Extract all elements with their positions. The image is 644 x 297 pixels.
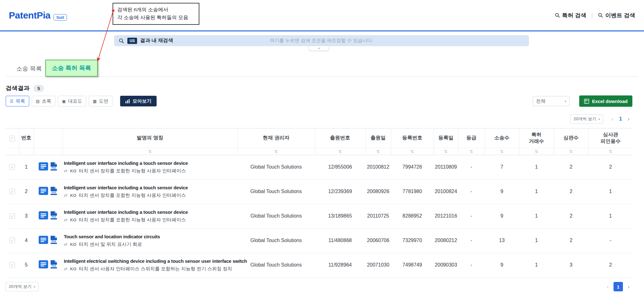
column-header-citation_count[interactable]: 심사관 피인용수: [588, 128, 633, 148]
language-tag: KO: [70, 193, 76, 198]
register-doc-icon[interactable]: [39, 211, 48, 221]
view-button-abstract[interactable]: ▤초록: [32, 96, 55, 106]
patent-title-link[interactable]: Intelligent electrical switching device …: [64, 258, 237, 264]
original-file-icon[interactable]: FILE: [50, 186, 58, 197]
application-number: 11/928964: [315, 253, 365, 277]
tab-suit-list[interactable]: 소송 목록: [16, 65, 42, 73]
original-file-icon[interactable]: FILE: [50, 211, 58, 221]
view-button-list[interactable]: ☰목록: [6, 96, 29, 106]
column-header-title[interactable]: 발명의 명칭: [63, 128, 237, 148]
patent-title-link[interactable]: Touch sensor and location indicator circ…: [64, 234, 237, 239]
page-number-1[interactable]: 1: [616, 116, 625, 122]
nav-patent-search-label: 특허 검색: [562, 12, 586, 19]
filter-select[interactable]: 전체 ▾: [533, 96, 570, 106]
deal-count: 1: [519, 204, 554, 228]
row-doc-icons: FILE: [34, 179, 63, 204]
registration-number: 7329970: [391, 228, 434, 253]
suit-count: 9: [485, 204, 519, 228]
row-checkbox[interactable]: ✓: [9, 189, 15, 194]
grade: -: [458, 155, 485, 179]
sort-button-app_date[interactable]: ⇅: [365, 148, 391, 155]
column-header-no[interactable]: 번호: [19, 128, 34, 148]
register-doc-icon[interactable]: [39, 260, 48, 270]
row-number: 1: [19, 155, 34, 179]
row-checkbox[interactable]: ✓: [9, 213, 15, 219]
sort-button-trial_count[interactable]: ⇅: [554, 148, 588, 155]
suit-count: 7: [485, 155, 519, 179]
next-page-button[interactable]: ›: [625, 116, 632, 122]
register-doc-icon[interactable]: [39, 162, 48, 172]
page-size-select[interactable]: 20개씩 보기 ▾: [570, 114, 603, 124]
examiner-citation-count: 2: [588, 155, 633, 179]
patent-title-translation: ⇄KO터치 센서 사용자 인터페이스 스위치를 포함하는 지능형 전기 스위칭 …: [64, 266, 237, 272]
original-file-icon[interactable]: FILE: [50, 235, 58, 246]
grade: -: [458, 179, 485, 204]
list-view-icon: ☰: [10, 99, 14, 104]
patent-title-translation: ⇄KO터치 센서 장치를 포함한 지능형 사용자 인터페이스: [64, 168, 237, 174]
row-doc-icons: FILE: [34, 253, 63, 277]
patent-title-translation: ⇄KO터치 센서 장치를 포함한 지능형 사용자 인터페이스: [64, 217, 237, 223]
registration-number: 8288952: [391, 204, 434, 228]
patent-title-link[interactable]: Intelligent user interface including a t…: [64, 185, 237, 190]
patent-title-link[interactable]: Intelligent user interface including a t…: [64, 160, 237, 166]
column-header-deal_count[interactable]: 특허 거래수: [519, 128, 554, 148]
view-button-drawings[interactable]: ▦도면: [89, 96, 112, 106]
sort-button-owner[interactable]: ⇅: [237, 148, 315, 155]
sort-button-suit_count[interactable]: ⇅: [485, 148, 519, 155]
column-header-app_no[interactable]: 출원번호: [315, 128, 365, 148]
refine-search-bar[interactable]: US 결과 내 재검색 여기를 누르면 검색 조건을 재조정할 수 있습니다.: [114, 35, 529, 46]
deal-count: 1: [519, 253, 554, 277]
patent-title-translation: ⇄KO터치 센서 및 위치 표시기 회로: [64, 241, 237, 247]
row-doc-icons: FILE: [34, 155, 63, 179]
search-expand-button[interactable]: ▾: [308, 46, 329, 51]
tab-suit-patent-list[interactable]: 소송 특허 목록: [45, 60, 98, 77]
sort-button-app_no[interactable]: ⇅: [315, 148, 365, 155]
view-button-label: 도면: [99, 98, 108, 104]
row-checkbox[interactable]: ✓: [9, 238, 15, 243]
current-page-button[interactable]: 1: [613, 282, 623, 291]
view-button-rep-figure[interactable]: ▣대표도: [58, 96, 86, 106]
view-button-label: 대표도: [68, 98, 82, 104]
sort-button-reg_no[interactable]: ⇅: [391, 148, 434, 155]
application-number: 13/189865: [315, 204, 365, 228]
prev-page-button[interactable]: ‹: [604, 284, 612, 290]
sort-button-reg_date[interactable]: ⇅: [434, 148, 458, 155]
original-file-icon[interactable]: FILE: [50, 260, 58, 270]
register-doc-icon[interactable]: [39, 236, 48, 245]
suit-count: 9: [485, 179, 519, 204]
sort-button-deal_count[interactable]: ⇅: [519, 148, 554, 155]
patent-title-cell: Intelligent user interface including a t…: [63, 155, 237, 179]
prev-page-button[interactable]: ‹: [609, 116, 616, 122]
next-page-button[interactable]: ›: [625, 284, 632, 290]
patent-title-cell: Intelligent electrical switching device …: [63, 253, 237, 277]
sort-button-title[interactable]: ⇅: [63, 148, 237, 155]
select-all-checkbox[interactable]: ✓: [9, 136, 15, 141]
current-owner: Global Touch Solutions: [237, 204, 315, 228]
page-size-select-bottom[interactable]: 20개씩 보기 ▾: [6, 282, 38, 291]
suit-count: 13: [485, 228, 519, 253]
collect-view-button[interactable]: 모아보기: [120, 96, 157, 106]
excel-download-button[interactable]: Excel download: [579, 95, 632, 107]
row-checkbox[interactable]: ✓: [9, 262, 15, 268]
nav-event-search[interactable]: 이벤트 검색: [598, 12, 635, 19]
sort-button-citation_count[interactable]: ⇅: [588, 148, 633, 155]
column-header-docs[interactable]: [34, 128, 63, 148]
column-header-reg_date[interactable]: 등록일: [434, 128, 458, 148]
chevron-down-icon: ▾: [34, 285, 35, 289]
register-doc-icon[interactable]: [39, 187, 48, 196]
column-header-app_date[interactable]: 출원일: [365, 128, 391, 148]
original-file-icon[interactable]: FILE: [50, 162, 58, 172]
search-placeholder: 여기를 누르면 검색 조건을 재조정할 수 있습니다.: [270, 38, 373, 44]
column-header-grade[interactable]: 등급: [458, 128, 485, 148]
column-header-trial_count[interactable]: 심판수: [554, 128, 588, 148]
row-checkbox[interactable]: ✓: [9, 164, 15, 170]
column-header-owner[interactable]: 현재 권리자: [237, 128, 315, 148]
nav-patent-search[interactable]: 특허 검색: [555, 12, 586, 19]
patent-title-ko: 터치 센서 장치를 포함한 지능형 사용자 인터페이스: [79, 217, 186, 223]
patent-title-link[interactable]: Intelligent user interface including a t…: [64, 209, 237, 215]
svg-text:FILE: FILE: [52, 191, 56, 193]
sort-button-grade[interactable]: ⇅: [458, 148, 485, 155]
column-header-suit_count[interactable]: 소송수: [485, 128, 519, 148]
row-doc-icons: FILE: [34, 228, 63, 253]
column-header-reg_no[interactable]: 등록번호: [391, 128, 434, 148]
